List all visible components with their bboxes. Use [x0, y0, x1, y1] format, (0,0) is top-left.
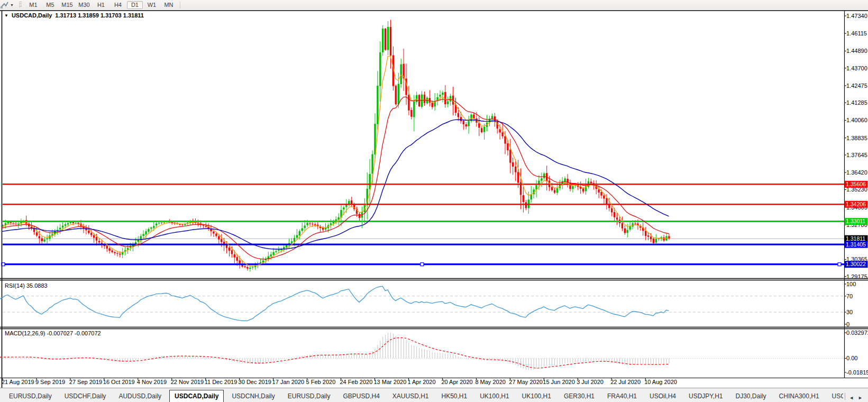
svg-text:30: 30	[846, 309, 853, 315]
chart-ohlc-values: 1.31713 1.31859 1.31703 1.31811	[55, 12, 144, 19]
svg-text:1.44890: 1.44890	[846, 48, 867, 54]
chevron-down-icon[interactable]: ▼	[10, 3, 14, 7]
chart-title: ▼USDCAD,Daily1.31713 1.31859 1.31703 1.3…	[4, 12, 144, 19]
svg-text:0: 0	[846, 321, 849, 327]
hline-price-tag: 1.30022	[845, 261, 868, 268]
svg-text:1.36420: 1.36420	[846, 169, 867, 176]
svg-text:1.43700: 1.43700	[846, 65, 867, 71]
tab-usdcad-daily[interactable]: USDCAD,Daily	[169, 390, 224, 402]
hline-price-tag: 1.33011	[845, 218, 868, 225]
timeframe-buttons: M1M5M15M30H1H4D1W1MN	[25, 1, 177, 9]
svg-text:1.42475: 1.42475	[846, 83, 867, 89]
mt4-window: 1.473401.461151.448901.437001.424751.412…	[0, 0, 868, 402]
tab-usdcnh-daily[interactable]: USDCNH,Daily	[227, 391, 279, 402]
chart-tabs-bar: EURUSD,DailyUSDCHF,DailyAUDUSD,DailyUSDC…	[0, 388, 868, 402]
hline-selection-handle[interactable]	[838, 263, 841, 266]
svg-text:1.47340: 1.47340	[846, 13, 867, 19]
timeframe-button-m15[interactable]: M15	[59, 1, 75, 9]
tab-uk100-h1[interactable]: UK100,H1	[475, 391, 514, 402]
timeframe-button-mn[interactable]: MN	[161, 1, 177, 9]
svg-text:1.30022: 1.30022	[846, 261, 866, 267]
tab-ger30-h1[interactable]: GER30,H1	[559, 391, 599, 402]
tab-scroll-controls: ◄ ►	[847, 395, 868, 402]
timeframe-toolbar: ▼ M1M5M15M30H1H4D1W1MN	[0, 0, 868, 10]
tab-dj30-daily[interactable]: DJ30,Daily	[731, 391, 771, 402]
svg-text:1.29175: 1.29175	[846, 273, 867, 280]
chart-background	[0, 10, 868, 388]
tabs-separator	[845, 393, 845, 400]
svg-text:16 Oct 2019: 16 Oct 2019	[103, 379, 135, 385]
rsi-indicator-label: RSI(14) 35.0883	[5, 282, 48, 289]
svg-text:11 Dec 2019: 11 Dec 2019	[205, 379, 237, 385]
svg-text:5 Feb 2020: 5 Feb 2020	[306, 379, 336, 385]
svg-text:4 Nov 2019: 4 Nov 2019	[137, 379, 167, 385]
hline-price-tag: 1.31405	[845, 241, 868, 248]
tab-fra40-h1[interactable]: FRA40,H1	[602, 391, 642, 402]
svg-text:70: 70	[846, 293, 853, 299]
collapse-caret-icon[interactable]: ▼	[4, 13, 8, 18]
scroll-left-arrow-icon[interactable]: ◄	[849, 395, 854, 400]
svg-text:1.38835: 1.38835	[846, 135, 867, 141]
tab-china300-h1[interactable]: CHINA300,H1	[774, 391, 824, 402]
timeframe-button-h1[interactable]: H1	[93, 1, 109, 9]
svg-text:1.46115: 1.46115	[846, 30, 867, 36]
svg-text:22 Jul 2020: 22 Jul 2020	[610, 379, 641, 385]
tab-gbpusd-h4[interactable]: GBPUSD,H4	[338, 391, 384, 402]
hline-selection-handle[interactable]	[421, 263, 424, 266]
svg-text:13 Mar 2020: 13 Mar 2020	[374, 379, 407, 385]
toolbar-grip	[19, 2, 22, 8]
timeframe-button-m1[interactable]: M1	[25, 1, 41, 9]
svg-text:1 Apr 2020: 1 Apr 2020	[407, 379, 435, 385]
tab-usdchf-daily[interactable]: USDCHF,Daily	[60, 391, 111, 402]
macd-indicator-label: MACD(12,26,9) -0.007027 -0.007072	[5, 330, 101, 336]
tab-eurusd-daily[interactable]: EURUSD,Daily	[283, 391, 335, 402]
svg-text:1.34206: 1.34206	[846, 201, 866, 207]
timeframe-button-h4[interactable]: H4	[110, 1, 126, 9]
svg-text:1.37645: 1.37645	[846, 152, 867, 158]
chart-tabs: EURUSD,DailyUSDCHF,DailyAUDUSD,DailyUSDC…	[0, 389, 843, 402]
timeframe-button-m30[interactable]: M30	[76, 1, 92, 9]
scroll-right-arrow-icon[interactable]: ►	[858, 395, 863, 400]
timeframe-button-d1[interactable]: D1	[127, 1, 143, 9]
svg-text:1.31405: 1.31405	[846, 241, 866, 248]
price-chart-canvas[interactable]: 1.473401.461151.448901.437001.424751.412…	[0, 0, 868, 402]
chart-symbol-label: USDCAD,Daily	[12, 12, 52, 19]
svg-text:-0.018154: -0.018154	[846, 369, 868, 376]
svg-text:27 May 2020: 27 May 2020	[509, 379, 543, 385]
svg-text:21 Aug 2019: 21 Aug 2019	[2, 379, 34, 385]
tab-audusd-daily[interactable]: AUDUSD,Daily	[114, 391, 166, 402]
tab-usdjpy-h1[interactable]: USDJPY,H1	[684, 391, 727, 402]
svg-text:22 Nov 2019: 22 Nov 2019	[171, 379, 204, 385]
svg-text:15 Jun 2020: 15 Jun 2020	[543, 379, 575, 385]
svg-text:30 Dec 2019: 30 Dec 2019	[239, 379, 271, 385]
svg-text:27 Sep 2019: 27 Sep 2019	[69, 379, 102, 385]
toolbar-separator	[180, 2, 180, 8]
svg-text:1.40060: 1.40060	[846, 117, 867, 123]
timeframe-button-w1[interactable]: W1	[144, 1, 160, 9]
tab-hk50-h1[interactable]: HK50,H1	[437, 391, 472, 402]
tab-uk100-h1[interactable]: UK100,H1	[517, 391, 556, 402]
svg-text:9 Sep 2019: 9 Sep 2019	[35, 379, 65, 385]
svg-text:17 Jan 2020: 17 Jan 2020	[272, 379, 305, 385]
svg-text:0.032972: 0.032972	[846, 330, 868, 336]
svg-text:3 Jul 2020: 3 Jul 2020	[577, 379, 604, 385]
tab-eurusd-daily[interactable]: EURUSD,Daily	[4, 391, 57, 402]
svg-text:10 Aug 2020: 10 Aug 2020	[644, 379, 677, 385]
timeframe-button-m5[interactable]: M5	[42, 1, 58, 9]
svg-text:1.35606: 1.35606	[846, 181, 866, 187]
svg-text:100: 100	[846, 281, 856, 287]
chart-cursor-icon	[1, 2, 8, 8]
svg-text:0.00: 0.00	[846, 355, 857, 361]
svg-text:1.33011: 1.33011	[846, 218, 865, 224]
hline-price-tag: 1.35606	[845, 181, 868, 188]
svg-text:20 Apr 2020: 20 Apr 2020	[441, 379, 472, 385]
tab-usoil-h4[interactable]: USOil,H4	[645, 391, 681, 402]
tab-xauusd-h1[interactable]: XAUUSD,H1	[388, 391, 434, 402]
tab-usoil-h1[interactable]: USOil,H1	[827, 391, 844, 402]
svg-text:1.41285: 1.41285	[846, 99, 867, 106]
svg-text:24 Feb 2020: 24 Feb 2020	[340, 379, 373, 385]
svg-text:8 May 2020: 8 May 2020	[475, 379, 505, 385]
hline-price-tag: 1.34206	[845, 201, 868, 208]
cursor-tool-button[interactable]: ▼	[0, 0, 16, 10]
